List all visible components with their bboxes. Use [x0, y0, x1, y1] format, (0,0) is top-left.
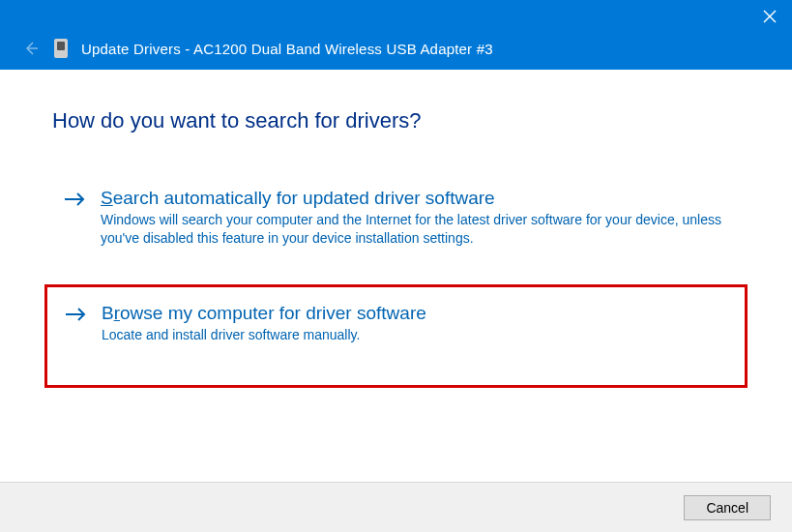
back-button [21, 39, 41, 58]
cancel-button[interactable]: Cancel [684, 495, 771, 520]
option-browse-description: Locate and install driver software manua… [102, 326, 725, 344]
highlight-box: Browse my computer for driver software L… [44, 284, 748, 388]
arrow-right-icon [64, 191, 85, 208]
option-browse-computer[interactable]: Browse my computer for driver software L… [53, 293, 739, 358]
page-heading: How do you want to search for drivers? [52, 108, 740, 133]
footer: Cancel [0, 482, 792, 532]
arrow-right-icon [65, 306, 86, 323]
option-search-automatically[interactable]: Search automatically for updated driver … [52, 178, 740, 261]
option-search-description: Windows will search your computer and th… [101, 211, 726, 248]
device-icon [54, 39, 68, 58]
window-title: Update Drivers - AC1200 Dual Band Wirele… [81, 41, 493, 57]
option-browse-title: Browse my computer for driver software [102, 303, 725, 324]
option-search-title: Search automatically for updated driver … [101, 188, 726, 209]
content-area: How do you want to search for drivers? S… [0, 70, 792, 388]
titlebar: Update Drivers - AC1200 Dual Band Wirele… [0, 0, 792, 70]
close-button[interactable] [761, 8, 778, 25]
back-arrow-icon [22, 40, 40, 57]
close-icon [763, 10, 777, 23]
